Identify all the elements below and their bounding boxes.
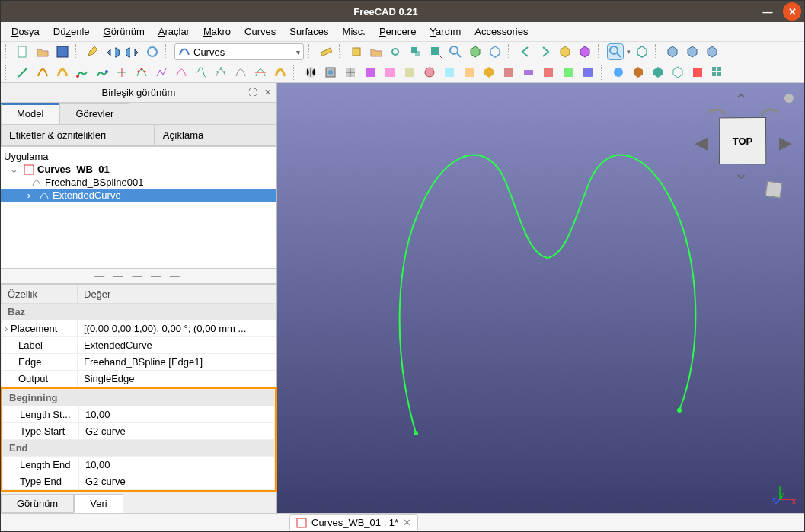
bezier-icon[interactable] <box>34 64 51 81</box>
selection-mode-icon[interactable] <box>607 43 624 60</box>
menu-araclar[interactable]: Araçlar <box>152 24 196 39</box>
pipeshell-icon[interactable] <box>421 64 438 81</box>
trim-face-icon[interactable] <box>322 64 339 81</box>
subtab-labels[interactable]: Etiketler & öznitelikleri <box>1 124 155 146</box>
group-icon[interactable] <box>368 43 385 60</box>
sketch-surf-icon[interactable] <box>362 64 379 81</box>
btab-view[interactable]: Görünüm <box>1 494 74 513</box>
blend-solid-icon[interactable] <box>560 64 577 81</box>
extend-curve-icon[interactable] <box>74 64 91 81</box>
reflect-icon[interactable] <box>500 64 517 81</box>
nav-next-icon[interactable] <box>537 43 554 60</box>
sweep2-icon[interactable] <box>382 64 398 81</box>
misc4-icon[interactable] <box>669 64 686 81</box>
interpolate-icon[interactable] <box>173 64 190 81</box>
iso-curve-icon[interactable] <box>342 64 359 81</box>
nav-box-icon[interactable] <box>557 43 573 60</box>
cube3-icon[interactable] <box>704 43 720 60</box>
tree-doc-row[interactable]: ⌄ Curves_WB_01 <box>1 163 276 176</box>
join-curve-icon[interactable] <box>94 64 110 81</box>
cube1-icon[interactable] <box>664 43 681 60</box>
misc3-icon[interactable] <box>650 64 666 81</box>
mixed-curve-icon[interactable] <box>54 64 71 81</box>
tree-item-bspline[interactable]: Freehand_BSpline001 <box>1 176 276 189</box>
menu-pencere[interactable]: Pencere <box>373 24 422 39</box>
document-tab[interactable]: Curves_WB_01 : 1* ✕ <box>289 514 418 530</box>
3d-viewport[interactable]: ⌃ ◀ ▶ ⌄ TOP yxz <box>277 83 804 513</box>
navcube-mini[interactable] <box>765 181 783 199</box>
comp-spring-icon[interactable] <box>481 64 497 81</box>
link-import-icon[interactable] <box>427 43 444 60</box>
tree-item-extendedcurve[interactable]: › ExtendedCurve <box>1 189 276 202</box>
approximate-icon[interactable] <box>153 64 170 81</box>
menu-curves[interactable]: Curves <box>238 24 282 39</box>
refresh-icon[interactable] <box>144 43 161 60</box>
segment-icon[interactable] <box>461 64 478 81</box>
navcube-left-arrow[interactable]: ◀ <box>695 133 708 153</box>
edit-icon[interactable] <box>85 43 101 60</box>
split-curve-icon[interactable] <box>113 64 130 81</box>
navcube-rotate-cw-icon[interactable] <box>759 101 780 118</box>
btab-data[interactable]: Veri <box>74 494 123 513</box>
misc6-icon[interactable] <box>709 64 726 81</box>
redo-icon[interactable] <box>124 43 141 60</box>
panel-splitter[interactable]: — — — — — <box>1 268 276 284</box>
fit-all-icon[interactable] <box>447 43 464 60</box>
minimize-button[interactable]: — <box>759 2 777 21</box>
prop-row-output[interactable]: OutputSingleEdge <box>2 371 276 387</box>
wireframe-icon[interactable] <box>634 43 650 60</box>
panel-close-icon[interactable]: ✕ <box>261 86 273 98</box>
flatten-icon[interactable] <box>580 64 596 81</box>
menu-yardim[interactable]: Yardım <box>423 24 467 39</box>
open-file-icon[interactable] <box>34 43 51 60</box>
new-file-icon[interactable] <box>14 43 31 60</box>
nav-prev-icon[interactable] <box>517 43 534 60</box>
save-file-icon[interactable] <box>54 43 71 60</box>
draw-style-icon[interactable] <box>467 43 484 60</box>
menu-accessories[interactable]: Accessories <box>468 24 534 39</box>
navcube-down-arrow[interactable]: ⌄ <box>734 164 748 183</box>
link-sub-icon[interactable] <box>407 43 424 60</box>
menu-gorunum[interactable]: Görünüm <box>97 24 151 39</box>
prop-row-label[interactable]: LabelExtendedCurve <box>2 337 276 354</box>
zebra-icon[interactable] <box>232 64 249 81</box>
geom-info-icon[interactable] <box>272 64 289 81</box>
misc5-icon[interactable] <box>689 64 706 81</box>
prop-row-length-end[interactable]: Length End10,00 <box>3 457 275 473</box>
part-icon[interactable] <box>348 43 365 60</box>
model-tree[interactable]: Uygulama ⌄ Curves_WB_01 Freehand_BSpline… <box>1 147 276 268</box>
prop-row-length-start[interactable]: Length St...10,00 <box>3 406 275 423</box>
link-icon[interactable] <box>388 43 404 60</box>
navcube-menu-icon[interactable] <box>784 94 794 103</box>
discretize-icon[interactable] <box>133 64 150 81</box>
menu-dosya[interactable]: Dosya <box>5 24 46 39</box>
close-button[interactable]: ✕ <box>783 2 801 21</box>
measure-icon[interactable] <box>318 43 334 60</box>
cube2-icon[interactable] <box>684 43 701 60</box>
menu-misc[interactable]: Misc. <box>337 24 372 39</box>
tab-close-icon[interactable]: ✕ <box>403 517 411 528</box>
profile-icon[interactable] <box>401 64 418 81</box>
tree-app-row[interactable]: Uygulama <box>1 150 276 163</box>
view-iso-icon[interactable] <box>487 43 503 60</box>
prop-row-type-start[interactable]: Type StartG2 curve <box>3 423 275 440</box>
navcube-right-arrow[interactable]: ▶ <box>779 133 792 153</box>
menu-surfaces[interactable]: Surfaces <box>283 24 334 39</box>
menu-duzenle[interactable]: Düzenle <box>47 24 96 39</box>
blend-curve-icon[interactable] <box>193 64 209 81</box>
line-icon[interactable] <box>14 64 31 81</box>
blend-surf-icon[interactable] <box>540 64 557 81</box>
subtab-description[interactable]: Açıklama <box>155 124 276 146</box>
multi-loft-icon[interactable] <box>520 64 537 81</box>
workbench-selector[interactable]: Curves ▾ <box>174 43 304 60</box>
zebra-tool-icon[interactable] <box>302 64 319 81</box>
gordon-icon[interactable] <box>441 64 458 81</box>
misc1-icon[interactable] <box>610 64 627 81</box>
prop-row-placement[interactable]: › Placement[(0,00 0,00 1,00); 0,00 °; (0… <box>2 320 276 337</box>
misc2-icon[interactable] <box>630 64 647 81</box>
prop-row-type-end[interactable]: Type EndG2 curve <box>3 473 275 490</box>
navcube-up-arrow[interactable]: ⌃ <box>734 91 748 110</box>
trim-icon[interactable] <box>252 64 269 81</box>
navcube-face[interactable]: TOP <box>719 117 766 164</box>
panel-expand-icon[interactable]: ⛶ <box>246 86 258 98</box>
